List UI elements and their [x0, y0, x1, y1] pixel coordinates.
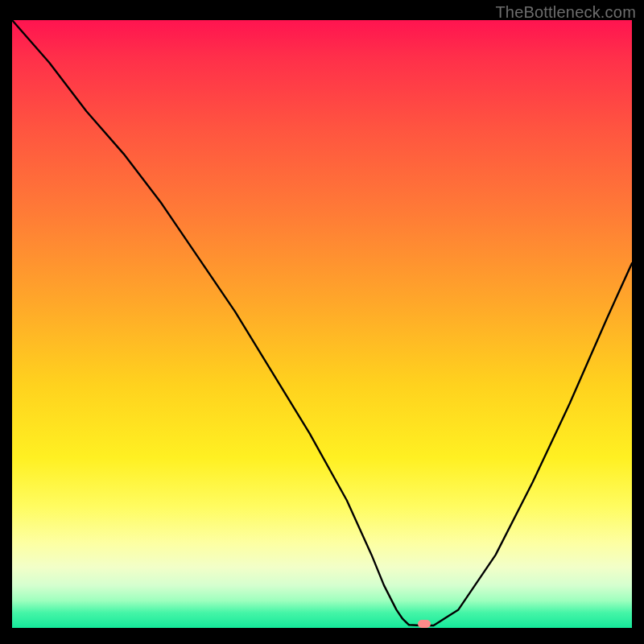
- plot-outer: [12, 20, 632, 628]
- bottleneck-curve: [12, 20, 632, 628]
- optimal-marker: [418, 620, 431, 628]
- watermark-text: TheBottleneck.com: [495, 3, 636, 22]
- chart-frame: TheBottleneck.com: [0, 0, 644, 644]
